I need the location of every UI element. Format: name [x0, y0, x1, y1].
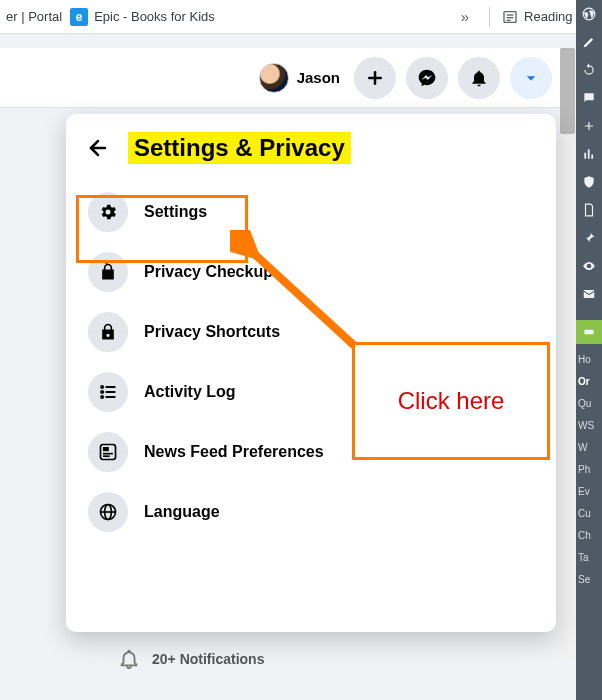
- admin-text[interactable]: Ta: [576, 548, 602, 570]
- comment-icon: [582, 91, 596, 105]
- bookmark-overflow[interactable]: »: [453, 8, 477, 25]
- check-icon: [582, 325, 596, 339]
- admin-wordpress[interactable]: [576, 0, 602, 28]
- admin-text[interactable]: Or: [576, 372, 602, 394]
- bookmark-label: Epic - Books for Kids: [94, 9, 215, 24]
- admin-text[interactable]: Cu: [576, 504, 602, 526]
- bookmark-label: er | Portal: [6, 9, 62, 24]
- admin-stats[interactable]: [576, 140, 602, 168]
- admin-plugin[interactable]: [576, 168, 602, 196]
- svg-point-7: [101, 386, 103, 388]
- admin-text[interactable]: Ev: [576, 482, 602, 504]
- notifications-button[interactable]: [458, 57, 500, 99]
- scrollbar-thumb[interactable]: [560, 48, 575, 134]
- caret-down-icon: [521, 68, 541, 88]
- messenger-icon: [417, 68, 437, 88]
- admin-text[interactable]: Se: [576, 570, 602, 592]
- page-icon: [582, 203, 596, 217]
- menu-label: Privacy Checkup: [144, 263, 273, 281]
- list-icon: [98, 382, 118, 402]
- menu-label: Activity Log: [144, 383, 236, 401]
- notifications-label: 20+ Notifications: [152, 651, 264, 667]
- admin-eye[interactable]: [576, 252, 602, 280]
- plus-icon: [582, 119, 596, 133]
- create-button[interactable]: [354, 57, 396, 99]
- menu-label: News Feed Preferences: [144, 443, 324, 461]
- lock-heart-icon: [98, 262, 118, 282]
- menu-label: Privacy Shortcuts: [144, 323, 280, 341]
- eye-icon: [582, 259, 596, 273]
- panel-title: Settings & Privacy: [128, 132, 351, 164]
- shield-icon: [582, 175, 596, 189]
- admin-text[interactable]: WS: [576, 416, 602, 438]
- lock-icon: [98, 322, 118, 342]
- globe-icon: [98, 502, 118, 522]
- profile-button[interactable]: Jason: [259, 63, 340, 93]
- gear-icon: [98, 202, 118, 222]
- admin-mail[interactable]: [576, 280, 602, 308]
- bookmark-portal[interactable]: er | Portal: [6, 9, 62, 24]
- admin-text[interactable]: Ho: [576, 350, 602, 372]
- refresh-icon: [582, 63, 596, 77]
- brush-icon: [582, 35, 596, 49]
- admin-text[interactable]: W: [576, 438, 602, 460]
- back-button[interactable]: [82, 132, 114, 164]
- menu-item-settings[interactable]: Settings: [82, 182, 540, 242]
- pin-icon: [582, 231, 596, 245]
- menu-item-language[interactable]: Language: [82, 482, 540, 542]
- bell-icon: [469, 68, 489, 88]
- bell-outline-icon: [118, 648, 140, 670]
- annotation-callout-text: Click here: [398, 387, 505, 415]
- admin-add[interactable]: [576, 112, 602, 140]
- epic-icon: e: [70, 8, 88, 26]
- svg-rect-13: [101, 445, 116, 460]
- admin-text[interactable]: Ph: [576, 460, 602, 482]
- wordpress-icon: [582, 7, 596, 21]
- admin-text[interactable]: Qu: [576, 394, 602, 416]
- menu-label: Language: [144, 503, 220, 521]
- stats-icon: [582, 147, 596, 161]
- feed-icon: [98, 442, 118, 462]
- menu-item-privacy-checkup[interactable]: Privacy Checkup: [82, 242, 540, 302]
- admin-customize[interactable]: [576, 28, 602, 56]
- admin-pin[interactable]: [576, 224, 602, 252]
- arrow-left-icon: [86, 136, 110, 160]
- menu-label: Settings: [144, 203, 207, 221]
- svg-rect-22: [584, 330, 593, 335]
- mail-icon: [582, 287, 596, 301]
- admin-updates[interactable]: [576, 56, 602, 84]
- divider: [489, 7, 490, 27]
- svg-point-9: [101, 396, 103, 398]
- admin-comments[interactable]: [576, 84, 602, 112]
- messenger-button[interactable]: [406, 57, 448, 99]
- admin-page[interactable]: [576, 196, 602, 224]
- profile-name: Jason: [297, 69, 340, 86]
- admin-text[interactable]: Ch: [576, 526, 602, 548]
- admin-sidebar: Ho Or Qu WS W Ph Ev Cu Ch Ta Se: [576, 0, 602, 700]
- annotation-callout: Click here: [352, 342, 550, 460]
- reading-list-icon: [502, 9, 518, 25]
- bookmark-bar: er | Portal e Epic - Books for Kids » Re…: [0, 0, 602, 34]
- avatar: [259, 63, 289, 93]
- admin-green-button[interactable]: [576, 320, 602, 344]
- svg-point-8: [101, 391, 103, 393]
- top-header: Jason: [0, 48, 564, 108]
- notifications-row[interactable]: 20+ Notifications: [118, 648, 264, 670]
- account-menu-button[interactable]: [510, 57, 552, 99]
- svg-rect-14: [103, 447, 109, 451]
- bookmark-epic[interactable]: e Epic - Books for Kids: [70, 8, 215, 26]
- scrollbar-track[interactable]: [560, 48, 575, 658]
- plus-icon: [365, 68, 385, 88]
